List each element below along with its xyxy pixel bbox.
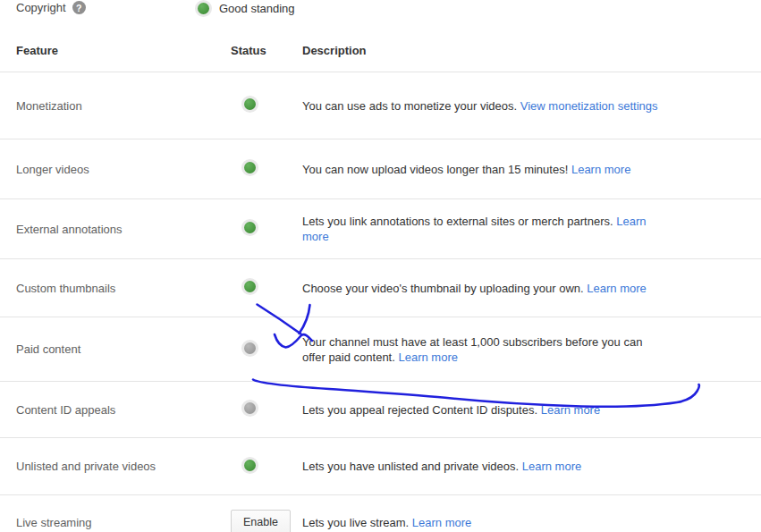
feature-description: Lets you link annotations to external si… [302,214,658,244]
status-cell [231,96,302,115]
feature-row: Unlisted and private videos Lets you hav… [0,438,761,495]
status-cell [231,340,302,359]
feature-description: Lets you have unlisted and private video… [302,459,658,474]
column-header-feature: Feature [16,44,231,57]
feature-description: Your channel must have at least 1,000 su… [302,334,658,365]
enable-button[interactable]: Enable [231,510,291,532]
feature-name: Paid content [16,342,231,356]
copyright-section: Copyright ? [16,1,86,14]
feature-name: Live streaming [16,516,231,529]
description-text: You can use ads to monetize your videos. [302,99,517,113]
status-disabled-icon [241,340,258,357]
description-text: Lets you link annotations to external si… [302,215,613,228]
feature-description: Choose your video's thumbnail by uploadi… [302,281,658,296]
description-text: Your channel must have at least 1,000 su… [302,335,642,364]
view-monetization-settings-link[interactable]: View monetization settings [520,99,658,113]
copyright-label: Copyright [16,1,66,14]
feature-row: Longer videos You can now upload videos … [0,139,761,199]
feature-description: You can now upload videos longer than 15… [302,162,658,177]
description-text: Choose your video's thumbnail by uploadi… [302,282,584,295]
status-cell [231,159,302,179]
status-cell [231,400,302,419]
description-text: Lets you have unlisted and private video… [302,460,519,473]
feature-row: Custom thumbnails Choose your video's th… [0,259,761,317]
feature-description: You can use ads to monetize your videos.… [302,98,658,114]
feature-description: Lets you appeal rejected Content ID disp… [302,402,658,418]
feature-row: Paid content Your channel must have at l… [0,317,761,382]
column-header-description: Description [302,44,658,57]
feature-name: Content ID appeals [16,403,231,417]
status-disabled-icon [241,400,258,417]
feature-row: Content ID appeals Lets you appeal rejec… [0,382,761,438]
status-cell: Enable [231,510,302,532]
learn-more-link[interactable]: Learn more [522,460,581,473]
channel-features-page: Copyright ? Good standing Feature Status… [0,0,761,532]
table-header: Feature Status Description [0,27,761,72]
column-header-status: Status [231,44,302,57]
learn-more-link[interactable]: Learn more [587,282,646,295]
feature-description: Lets you live stream. Learn more [302,515,658,530]
good-standing-status-icon [195,0,212,17]
good-standing-label: Good standing [219,2,295,15]
feature-name: Monetization [16,99,231,113]
status-cell [231,457,302,477]
learn-more-link[interactable]: Learn more [398,350,457,364]
status-enabled-icon [241,457,258,474]
status-enabled-icon [241,219,258,236]
description-text: Lets you live stream. [302,516,409,529]
help-icon[interactable]: ? [72,1,86,14]
copyright-status-bar: Copyright ? Good standing [0,0,761,27]
status-enabled-icon [241,96,258,113]
feature-row: Monetization You can use ads to monetize… [0,72,761,139]
status-cell [231,278,302,298]
feature-name: Unlisted and private videos [16,460,231,473]
status-enabled-icon [241,159,258,176]
learn-more-link[interactable]: Learn more [571,163,630,176]
feature-name: Longer videos [16,163,231,176]
feature-name: External annotations [16,223,231,236]
good-standing-section: Good standing [195,0,295,17]
status-cell [231,219,302,239]
description-text: You can now upload videos longer than 15… [302,163,568,176]
feature-name: Custom thumbnails [16,282,231,295]
status-enabled-icon [241,278,258,295]
feature-table-body: Monetization You can use ads to monetize… [0,72,761,532]
learn-more-link[interactable]: Learn more [541,403,600,417]
description-text: Lets you appeal rejected Content ID disp… [302,403,537,417]
feature-row: External annotations Lets you link annot… [0,199,761,259]
learn-more-link[interactable]: Learn more [412,516,471,529]
feature-row: Live streaming Enable Lets you live stre… [0,495,761,532]
